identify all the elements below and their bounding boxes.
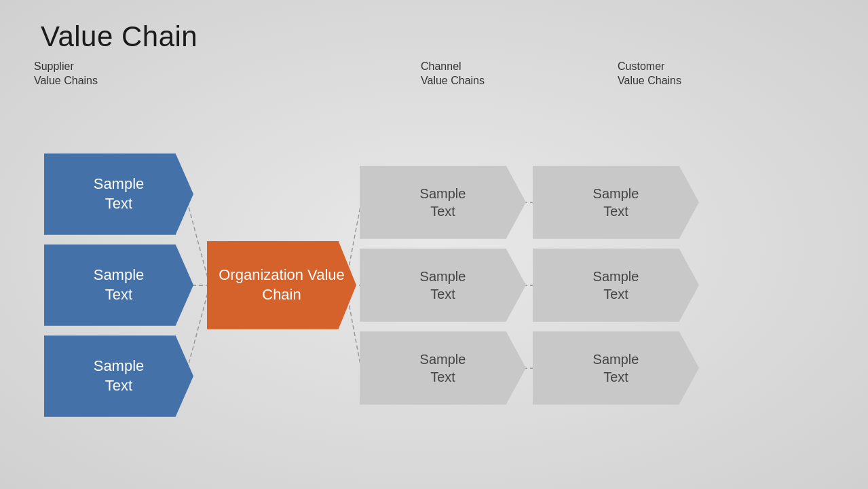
customer-header: CustomerValue Chains bbox=[618, 60, 814, 88]
supplier-header: SupplierValue Chains bbox=[34, 60, 238, 88]
supplier-arrow-2-text: SampleText bbox=[44, 244, 193, 326]
customer-arrow-3-text: SampleText bbox=[533, 331, 699, 405]
main-flow: SampleText SampleText SampleText Organiz… bbox=[34, 95, 834, 475]
org-arrow-text: Organization Value Chain bbox=[207, 241, 356, 329]
channel-arrow-2: SampleText bbox=[360, 249, 526, 322]
supplier-arrow-1: SampleText bbox=[34, 153, 204, 235]
channel-column: SampleText SampleText SampleText bbox=[360, 166, 526, 405]
column-headers: SupplierValue Chains ChannelValue Chains… bbox=[34, 60, 834, 88]
supplier-column: SampleText SampleText SampleText bbox=[34, 153, 204, 417]
supplier-arrow-3-text: SampleText bbox=[44, 336, 193, 417]
channel-arrow-3: SampleText bbox=[360, 331, 526, 405]
customer-column: SampleText SampleText SampleText bbox=[533, 166, 699, 405]
org-section: Organization Value Chain bbox=[207, 241, 356, 329]
channel-header: ChannelValue Chains bbox=[421, 60, 618, 88]
customer-arrow-2: SampleText bbox=[533, 249, 699, 322]
channel-arrow-2-text: SampleText bbox=[360, 249, 526, 322]
page-title: Value Chain bbox=[0, 0, 868, 60]
customer-arrow-3: SampleText bbox=[533, 331, 699, 405]
diagram-area: SupplierValue Chains ChannelValue Chains… bbox=[0, 60, 868, 489]
right-section: SampleText SampleText SampleText SampleT… bbox=[360, 166, 699, 405]
customer-arrow-1-text: SampleText bbox=[533, 166, 699, 239]
supplier-arrow-2: SampleText bbox=[34, 244, 204, 326]
customer-arrow-2-text: SampleText bbox=[533, 249, 699, 322]
channel-arrow-3-text: SampleText bbox=[360, 331, 526, 405]
supplier-arrow-1-text: SampleText bbox=[44, 153, 193, 235]
channel-arrow-1-text: SampleText bbox=[360, 166, 526, 239]
supplier-arrow-3: SampleText bbox=[34, 336, 204, 417]
customer-arrow-1: SampleText bbox=[533, 166, 699, 239]
org-header bbox=[238, 60, 414, 88]
channel-arrow-1: SampleText bbox=[360, 166, 526, 239]
org-arrow: Organization Value Chain bbox=[207, 241, 356, 329]
